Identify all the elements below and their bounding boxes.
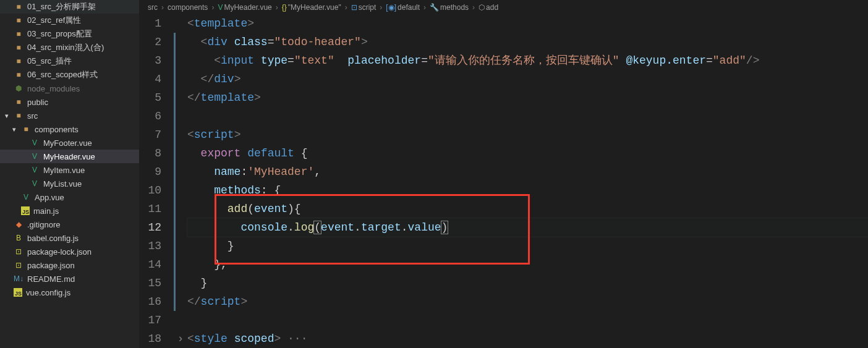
- tree-item-components[interactable]: ▾■components: [0, 122, 139, 136]
- breadcrumb-separator: ›: [472, 3, 475, 12]
- line-number: 10: [139, 181, 161, 200]
- folder-icon: ■: [21, 125, 31, 134]
- breadcrumb-item[interactable]: ⊡ script: [351, 3, 377, 12]
- code-line[interactable]: [187, 311, 868, 329]
- tree-item-babel-config-js[interactable]: Bbabel.config.js: [0, 231, 139, 245]
- tree-item-label: MyFooter.vue: [43, 138, 92, 148]
- breadcrumb-label: methods: [440, 3, 469, 12]
- tree-item-label: package-lock.json: [27, 247, 91, 257]
- tree-item-package-lock-json[interactable]: ⊡package-lock.json: [0, 245, 139, 258]
- breadcrumb-separator: ›: [423, 3, 426, 12]
- tree-item-node_modules[interactable]: ⬢node_modules: [0, 82, 139, 95]
- tree-item-03_src_props-[interactable]: ■03_src_props配置: [0, 27, 139, 41]
- breadcrumb-label: "MyHeader.vue": [288, 3, 341, 12]
- folder-icon: ■: [14, 57, 23, 66]
- folder-icon: ■: [14, 111, 23, 120]
- tree-item-label: components: [35, 125, 79, 134]
- code-line[interactable]: </script>: [187, 292, 868, 311]
- breadcrumb-item[interactable]: components: [168, 3, 208, 12]
- tree-item-mylist-vue[interactable]: VMyList.vue: [0, 177, 139, 190]
- file-explorer[interactable]: ■01_src_分析脚手架■02_src_ref属性■03_src_props配…: [0, 0, 139, 348]
- json-icon: ⊡: [14, 247, 23, 256]
- breadcrumb-item[interactable]: {} "MyHeader.vue": [282, 3, 341, 12]
- tree-item-02_src_ref-[interactable]: ■02_src_ref属性: [0, 14, 139, 27]
- folder-icon: ■: [14, 98, 23, 106]
- vue-icon: V: [30, 152, 40, 161]
- tree-item-label: 01_src_分析脚手架: [27, 1, 96, 12]
- tree-item-label: App.vue: [35, 193, 64, 202]
- code-area[interactable]: <template> <div class="todo-header"> <in…: [176, 14, 868, 348]
- code-line[interactable]: }: [187, 237, 868, 255]
- breadcrumb-icon: ⊡: [351, 3, 357, 12]
- breadcrumb-item[interactable]: V MyHeader.vue: [218, 3, 271, 12]
- code-line[interactable]: <template>: [187, 14, 868, 33]
- breadcrumb-item[interactable]: ⬡ add: [479, 3, 498, 12]
- code-line[interactable]: </div>: [187, 70, 868, 88]
- chevron-icon: ▾: [5, 112, 12, 120]
- folder-icon: ■: [14, 43, 23, 52]
- tree-item-myitem-vue[interactable]: VMyItem.vue: [0, 163, 139, 177]
- folder-icon: ⬢: [14, 84, 23, 93]
- breadcrumb-icon: V: [218, 3, 223, 12]
- breadcrumb[interactable]: src›components›V MyHeader.vue›{} "MyHead…: [139, 0, 868, 14]
- code-line[interactable]: },: [187, 255, 868, 274]
- tree-item-label: 05_src_插件: [27, 56, 72, 67]
- git-icon: ◆: [14, 220, 23, 229]
- breadcrumb-label: default: [398, 3, 420, 12]
- tree-item-04_src_mixin-[interactable]: ■04_src_mixin混入(合): [0, 41, 139, 54]
- breadcrumb-item[interactable]: 🔧 methods: [430, 3, 469, 12]
- tree-item-myfooter-vue[interactable]: VMyFooter.vue: [0, 136, 139, 150]
- code-line[interactable]: </template>: [187, 88, 868, 107]
- tree-item-label: README.md: [27, 274, 75, 284]
- line-number: 2: [139, 33, 161, 51]
- breadcrumb-separator: ›: [161, 3, 164, 12]
- tree-item-label: .gitignore: [27, 220, 60, 229]
- tree-item-01_src_-[interactable]: ■01_src_分析脚手架: [0, 0, 139, 14]
- folder-icon: ■: [14, 30, 23, 38]
- tree-item-myheader-vue[interactable]: VMyHeader.vue: [0, 150, 139, 163]
- code-line[interactable]: <div class="todo-header">: [187, 33, 868, 51]
- code-line[interactable]: console.log(event.target.value): [187, 218, 868, 237]
- tree-item-public[interactable]: ■public: [0, 95, 139, 109]
- breadcrumb-item[interactable]: [◉] default: [386, 3, 420, 12]
- vue-icon: V: [30, 138, 40, 147]
- code-line[interactable]: <input type="text" placeholder="请输入你的任务名…: [187, 51, 868, 70]
- tree-item-src[interactable]: ▾■src: [0, 109, 139, 122]
- tree-item-label: main.js: [33, 206, 59, 216]
- code-line[interactable]: export default {: [187, 144, 868, 163]
- code-line[interactable]: [187, 107, 868, 125]
- line-number: 16: [139, 292, 161, 311]
- line-number: 3: [139, 51, 161, 70]
- line-number: 4: [139, 70, 161, 88]
- code-line[interactable]: name:'MyHeader',: [187, 163, 868, 181]
- code-line[interactable]: add(event){: [187, 200, 868, 218]
- tree-item--gitignore[interactable]: ◆.gitignore: [0, 218, 139, 231]
- tree-item-app-vue[interactable]: VApp.vue: [0, 190, 139, 204]
- tree-item-05_src_-[interactable]: ■05_src_插件: [0, 54, 139, 68]
- breadcrumb-icon: 🔧: [430, 3, 439, 12]
- breadcrumb-separator: ›: [380, 3, 382, 12]
- tree-item-package-json[interactable]: ⊡package.json: [0, 258, 139, 272]
- tree-item-label: MyItem.vue: [43, 166, 85, 175]
- code-line[interactable]: methods: {: [187, 181, 868, 200]
- line-gutter: 123456789101112131415161718: [139, 14, 176, 348]
- code-line[interactable]: ›<style scoped> ···: [187, 329, 868, 348]
- folder-icon: ■: [14, 16, 23, 25]
- tree-item-vue-config-js[interactable]: JSvue.config.js: [0, 286, 139, 299]
- line-number: 18: [139, 329, 161, 348]
- breadcrumb-label: src: [148, 3, 158, 12]
- json-icon: ⊡: [14, 261, 23, 269]
- md-icon: M↓: [14, 274, 23, 283]
- code-editor[interactable]: 123456789101112131415161718 <template> <…: [139, 14, 868, 348]
- vue-icon: V: [30, 166, 40, 174]
- tree-item-06_src_scoped-[interactable]: ■06_src_scoped样式: [0, 68, 139, 82]
- tree-item-main-js[interactable]: JSmain.js: [0, 204, 139, 218]
- breadcrumb-separator: ›: [211, 3, 214, 12]
- code-line[interactable]: <script>: [187, 125, 868, 144]
- editor-main: src›components›V MyHeader.vue›{} "MyHead…: [139, 0, 868, 348]
- tree-item-readme-md[interactable]: M↓README.md: [0, 272, 139, 286]
- code-line[interactable]: }: [187, 274, 868, 292]
- breadcrumb-icon: [◉]: [386, 3, 396, 12]
- tree-item-label: MyList.vue: [43, 179, 82, 189]
- breadcrumb-item[interactable]: src: [148, 3, 158, 12]
